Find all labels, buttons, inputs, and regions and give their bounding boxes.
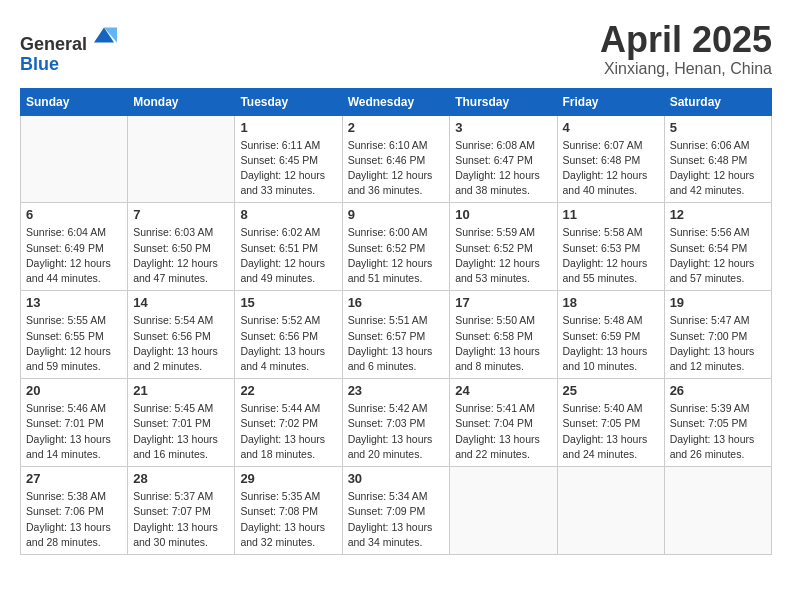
calendar-table: SundayMondayTuesdayWednesdayThursdayFrid… bbox=[20, 88, 772, 555]
day-info: Sunrise: 5:55 AM Sunset: 6:55 PM Dayligh… bbox=[26, 313, 122, 374]
day-number: 24 bbox=[455, 383, 551, 398]
day-info: Sunrise: 5:51 AM Sunset: 6:57 PM Dayligh… bbox=[348, 313, 445, 374]
day-info: Sunrise: 5:54 AM Sunset: 6:56 PM Dayligh… bbox=[133, 313, 229, 374]
calendar-cell: 14Sunrise: 5:54 AM Sunset: 6:56 PM Dayli… bbox=[128, 291, 235, 379]
day-number: 12 bbox=[670, 207, 766, 222]
calendar-cell: 20Sunrise: 5:46 AM Sunset: 7:01 PM Dayli… bbox=[21, 379, 128, 467]
day-info: Sunrise: 6:06 AM Sunset: 6:48 PM Dayligh… bbox=[670, 138, 766, 199]
calendar-cell: 13Sunrise: 5:55 AM Sunset: 6:55 PM Dayli… bbox=[21, 291, 128, 379]
day-info: Sunrise: 6:10 AM Sunset: 6:46 PM Dayligh… bbox=[348, 138, 445, 199]
calendar-title: April 2025 bbox=[600, 20, 772, 60]
day-number: 9 bbox=[348, 207, 445, 222]
weekday-header-cell: Saturday bbox=[664, 88, 771, 115]
day-info: Sunrise: 5:44 AM Sunset: 7:02 PM Dayligh… bbox=[240, 401, 336, 462]
calendar-week-row: 1Sunrise: 6:11 AM Sunset: 6:45 PM Daylig… bbox=[21, 115, 772, 203]
weekday-header-cell: Sunday bbox=[21, 88, 128, 115]
day-info: Sunrise: 6:04 AM Sunset: 6:49 PM Dayligh… bbox=[26, 225, 122, 286]
logo-general: General bbox=[20, 34, 87, 54]
page-header: General Blue April 2025 Xinxiang, Henan,… bbox=[20, 20, 772, 78]
day-info: Sunrise: 6:08 AM Sunset: 6:47 PM Dayligh… bbox=[455, 138, 551, 199]
day-info: Sunrise: 5:41 AM Sunset: 7:04 PM Dayligh… bbox=[455, 401, 551, 462]
calendar-cell: 22Sunrise: 5:44 AM Sunset: 7:02 PM Dayli… bbox=[235, 379, 342, 467]
day-number: 23 bbox=[348, 383, 445, 398]
day-info: Sunrise: 6:03 AM Sunset: 6:50 PM Dayligh… bbox=[133, 225, 229, 286]
calendar-cell bbox=[21, 115, 128, 203]
logo-blue: Blue bbox=[20, 54, 59, 74]
day-info: Sunrise: 5:39 AM Sunset: 7:05 PM Dayligh… bbox=[670, 401, 766, 462]
day-number: 19 bbox=[670, 295, 766, 310]
calendar-cell: 10Sunrise: 5:59 AM Sunset: 6:52 PM Dayli… bbox=[450, 203, 557, 291]
calendar-cell: 6Sunrise: 6:04 AM Sunset: 6:49 PM Daylig… bbox=[21, 203, 128, 291]
day-number: 20 bbox=[26, 383, 122, 398]
day-number: 30 bbox=[348, 471, 445, 486]
calendar-cell bbox=[664, 467, 771, 555]
day-number: 18 bbox=[563, 295, 659, 310]
calendar-cell: 12Sunrise: 5:56 AM Sunset: 6:54 PM Dayli… bbox=[664, 203, 771, 291]
calendar-week-row: 6Sunrise: 6:04 AM Sunset: 6:49 PM Daylig… bbox=[21, 203, 772, 291]
calendar-cell: 17Sunrise: 5:50 AM Sunset: 6:58 PM Dayli… bbox=[450, 291, 557, 379]
day-number: 25 bbox=[563, 383, 659, 398]
day-info: Sunrise: 5:56 AM Sunset: 6:54 PM Dayligh… bbox=[670, 225, 766, 286]
day-number: 22 bbox=[240, 383, 336, 398]
title-block: April 2025 Xinxiang, Henan, China bbox=[600, 20, 772, 78]
calendar-body: 1Sunrise: 6:11 AM Sunset: 6:45 PM Daylig… bbox=[21, 115, 772, 554]
day-info: Sunrise: 5:58 AM Sunset: 6:53 PM Dayligh… bbox=[563, 225, 659, 286]
calendar-cell: 1Sunrise: 6:11 AM Sunset: 6:45 PM Daylig… bbox=[235, 115, 342, 203]
calendar-week-row: 13Sunrise: 5:55 AM Sunset: 6:55 PM Dayli… bbox=[21, 291, 772, 379]
day-info: Sunrise: 6:00 AM Sunset: 6:52 PM Dayligh… bbox=[348, 225, 445, 286]
calendar-cell: 15Sunrise: 5:52 AM Sunset: 6:56 PM Dayli… bbox=[235, 291, 342, 379]
calendar-cell: 16Sunrise: 5:51 AM Sunset: 6:57 PM Dayli… bbox=[342, 291, 450, 379]
logo-icon bbox=[89, 20, 119, 50]
day-number: 4 bbox=[563, 120, 659, 135]
day-number: 5 bbox=[670, 120, 766, 135]
day-info: Sunrise: 5:50 AM Sunset: 6:58 PM Dayligh… bbox=[455, 313, 551, 374]
day-info: Sunrise: 5:48 AM Sunset: 6:59 PM Dayligh… bbox=[563, 313, 659, 374]
day-number: 11 bbox=[563, 207, 659, 222]
day-number: 16 bbox=[348, 295, 445, 310]
day-number: 14 bbox=[133, 295, 229, 310]
weekday-header-cell: Friday bbox=[557, 88, 664, 115]
day-number: 26 bbox=[670, 383, 766, 398]
calendar-cell: 11Sunrise: 5:58 AM Sunset: 6:53 PM Dayli… bbox=[557, 203, 664, 291]
day-info: Sunrise: 5:42 AM Sunset: 7:03 PM Dayligh… bbox=[348, 401, 445, 462]
calendar-cell: 30Sunrise: 5:34 AM Sunset: 7:09 PM Dayli… bbox=[342, 467, 450, 555]
weekday-header-cell: Wednesday bbox=[342, 88, 450, 115]
day-number: 15 bbox=[240, 295, 336, 310]
day-number: 27 bbox=[26, 471, 122, 486]
weekday-header-cell: Tuesday bbox=[235, 88, 342, 115]
day-number: 3 bbox=[455, 120, 551, 135]
calendar-cell: 21Sunrise: 5:45 AM Sunset: 7:01 PM Dayli… bbox=[128, 379, 235, 467]
calendar-cell: 23Sunrise: 5:42 AM Sunset: 7:03 PM Dayli… bbox=[342, 379, 450, 467]
calendar-cell: 8Sunrise: 6:02 AM Sunset: 6:51 PM Daylig… bbox=[235, 203, 342, 291]
day-info: Sunrise: 5:34 AM Sunset: 7:09 PM Dayligh… bbox=[348, 489, 445, 550]
calendar-subtitle: Xinxiang, Henan, China bbox=[600, 60, 772, 78]
day-number: 1 bbox=[240, 120, 336, 135]
calendar-cell: 28Sunrise: 5:37 AM Sunset: 7:07 PM Dayli… bbox=[128, 467, 235, 555]
day-info: Sunrise: 5:35 AM Sunset: 7:08 PM Dayligh… bbox=[240, 489, 336, 550]
day-number: 6 bbox=[26, 207, 122, 222]
weekday-header-row: SundayMondayTuesdayWednesdayThursdayFrid… bbox=[21, 88, 772, 115]
calendar-cell: 4Sunrise: 6:07 AM Sunset: 6:48 PM Daylig… bbox=[557, 115, 664, 203]
calendar-cell: 2Sunrise: 6:10 AM Sunset: 6:46 PM Daylig… bbox=[342, 115, 450, 203]
calendar-cell bbox=[557, 467, 664, 555]
day-number: 21 bbox=[133, 383, 229, 398]
calendar-week-row: 27Sunrise: 5:38 AM Sunset: 7:06 PM Dayli… bbox=[21, 467, 772, 555]
day-number: 13 bbox=[26, 295, 122, 310]
logo: General Blue bbox=[20, 20, 119, 75]
day-info: Sunrise: 5:47 AM Sunset: 7:00 PM Dayligh… bbox=[670, 313, 766, 374]
day-info: Sunrise: 5:46 AM Sunset: 7:01 PM Dayligh… bbox=[26, 401, 122, 462]
calendar-cell: 19Sunrise: 5:47 AM Sunset: 7:00 PM Dayli… bbox=[664, 291, 771, 379]
day-number: 28 bbox=[133, 471, 229, 486]
day-info: Sunrise: 5:40 AM Sunset: 7:05 PM Dayligh… bbox=[563, 401, 659, 462]
day-number: 17 bbox=[455, 295, 551, 310]
calendar-week-row: 20Sunrise: 5:46 AM Sunset: 7:01 PM Dayli… bbox=[21, 379, 772, 467]
day-info: Sunrise: 6:02 AM Sunset: 6:51 PM Dayligh… bbox=[240, 225, 336, 286]
day-info: Sunrise: 5:38 AM Sunset: 7:06 PM Dayligh… bbox=[26, 489, 122, 550]
day-number: 10 bbox=[455, 207, 551, 222]
calendar-cell bbox=[450, 467, 557, 555]
day-info: Sunrise: 6:07 AM Sunset: 6:48 PM Dayligh… bbox=[563, 138, 659, 199]
day-info: Sunrise: 5:59 AM Sunset: 6:52 PM Dayligh… bbox=[455, 225, 551, 286]
calendar-cell: 29Sunrise: 5:35 AM Sunset: 7:08 PM Dayli… bbox=[235, 467, 342, 555]
weekday-header-cell: Thursday bbox=[450, 88, 557, 115]
day-info: Sunrise: 5:37 AM Sunset: 7:07 PM Dayligh… bbox=[133, 489, 229, 550]
